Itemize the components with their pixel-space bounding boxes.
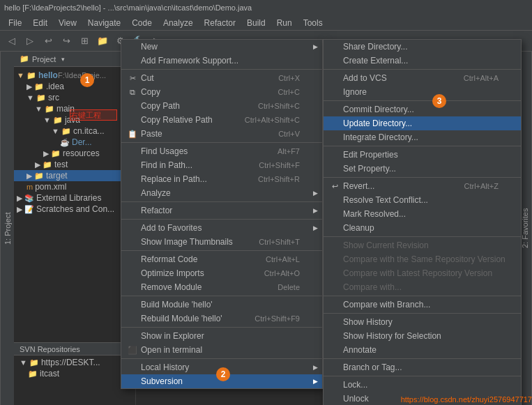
menu-item-reformat[interactable]: Reformat Code Ctrl+Alt+L [121, 252, 322, 266]
tree-item-resources[interactable]: ▶ 📁 resources [14, 148, 135, 159]
menu-item-show-explorer[interactable]: Show in Explorer [121, 329, 322, 343]
submenu-integrate-dir[interactable]: Integrate Directory... [324, 130, 521, 144]
dropdown-icon[interactable]: ▾ [61, 56, 65, 63]
submenu-label-ignore: Ignore [343, 87, 367, 97]
svn-tree-item-itcast[interactable]: 📁 itcast [17, 368, 132, 379]
submenu-annotate[interactable]: Annotate [324, 343, 521, 357]
svn-tree-item-https[interactable]: ▼ 📁 https://DESKT... [17, 357, 132, 368]
menu-item-find-in-path[interactable]: Find in Path... Ctrl+Shift+F [121, 158, 322, 172]
tree-item-main[interactable]: ▼ 📁 main [14, 103, 135, 114]
submenu-edit-props[interactable]: Edit Properties [324, 148, 521, 162]
tree-item-cn[interactable]: ▼ 📁 cn.itca... [14, 125, 135, 137]
submenu-revert[interactable]: ↩ Revert... Ctrl+Alt+Z [324, 179, 521, 193]
menu-code[interactable]: Code [126, 17, 158, 29]
tree-item-src[interactable]: ▼ 📁 src [14, 92, 135, 103]
tree-item-scratches[interactable]: ▶ 📝 Scratches and Con... [14, 204, 135, 215]
menu-label-find-usages: Find Usages [141, 146, 188, 156]
menu-item-find-usages[interactable]: Find Usages Alt+F7 [121, 144, 322, 158]
menu-run[interactable]: Run [271, 17, 298, 29]
toolbar-folder[interactable]: 📁 [95, 33, 110, 49]
menu-item-add-favorites[interactable]: Add to Favorites [121, 221, 322, 235]
submenu-compare-with[interactable]: Compare with... [324, 280, 521, 294]
separator-8 [121, 358, 322, 359]
tree-item-ext-libs[interactable]: ▶ 📚 External Libraries [14, 192, 135, 204]
submenu-commit-dir[interactable]: Commit Directory... [324, 102, 521, 116]
menu-item-open-terminal[interactable]: ⬛ Open in terminal [121, 343, 322, 357]
hello-folder-icon: 📁 [26, 71, 36, 80]
toolbar-undo[interactable]: ↩ [40, 33, 56, 49]
subversion-submenu: Share Directory... Create External... Ad… [323, 39, 522, 405]
tree-label-resources: resources [63, 148, 100, 158]
tree-item-pom[interactable]: m pom.xml [14, 181, 135, 192]
submenu-add-to-vcs[interactable]: Add to VCS Ctrl+Alt+A [324, 71, 521, 85]
tree-item-idea[interactable]: ▶ 📁 .idea [14, 81, 135, 92]
menu-item-copy-relative[interactable]: Copy Relative Path Ctrl+Alt+Shift+C [121, 113, 322, 127]
menu-item-add-framework[interactable]: Add Framework Support... [121, 54, 322, 68]
project-tab[interactable]: 📁 Project ▾ ⚙ [14, 52, 135, 67]
menu-analyze[interactable]: Analyze [158, 17, 199, 29]
badge-3: 3 [432, 94, 446, 108]
sub-sep-5 [324, 236, 521, 237]
submenu-compare-latest[interactable]: Compare with Latest Repository Version [324, 266, 521, 280]
menu-tools[interactable]: Tools [298, 17, 328, 29]
project-side-tab[interactable]: 1: Project [0, 52, 14, 405]
menu-item-remove-module[interactable]: Remove Module Delete [121, 280, 322, 294]
submenu-compare-same-repo[interactable]: Compare with the Same Repository Version [324, 252, 521, 266]
separator-2 [121, 142, 322, 143]
submenu-branch-tag[interactable]: Branch or Tag... [324, 360, 521, 374]
menu-item-copy[interactable]: ⧉ Copy Ctrl+C [121, 85, 322, 99]
submenu-show-history[interactable]: Show History [324, 315, 521, 329]
menu-item-new[interactable]: New [121, 40, 322, 54]
submenu-label-mark: Mark Resolved... [343, 209, 406, 219]
submenu-resolve-conflict[interactable]: Resolve Text Conflict... [324, 193, 521, 207]
submenu-share-directory[interactable]: Share Directory... [324, 40, 521, 54]
submenu-set-property[interactable]: Set Property... [324, 162, 521, 176]
toolbar-back[interactable]: ◁ [4, 33, 20, 49]
menu-item-build-module[interactable]: Build Module 'hello' [121, 298, 322, 312]
copy-path-shortcut: Ctrl+Shift+C [258, 102, 311, 110]
menu-item-optimize-imports[interactable]: Optimize Imports Ctrl+Alt+O [121, 266, 322, 280]
submenu-ignore[interactable]: Ignore [324, 85, 521, 99]
menu-item-rebuild-module[interactable]: Rebuild Module 'hello' Ctrl+Shift+F9 [121, 312, 322, 326]
tree-item-test[interactable]: ▶ 📁 test [14, 159, 135, 170]
separator-4 [121, 219, 322, 220]
menu-item-paste[interactable]: 📋 Paste Ctrl+V [121, 127, 322, 141]
submenu-cleanup[interactable]: Cleanup [324, 221, 521, 235]
submenu-show-current-rev[interactable]: Show Current Revision [324, 238, 521, 252]
menu-item-replace-in-path[interactable]: Replace in Path... Ctrl+Shift+R [121, 172, 322, 186]
ext-libs-icon: ▶ [17, 194, 22, 203]
toolbar-grid[interactable]: ⊞ [77, 33, 92, 49]
menu-item-refactor[interactable]: Refactor [121, 204, 322, 217]
toolbar-redo[interactable]: ↪ [59, 33, 74, 49]
submenu-mark-resolved[interactable]: Mark Resolved... [324, 207, 521, 221]
context-menu: New Add Framework Support... ✂ Cut Ctrl+… [121, 39, 323, 389]
submenu-update-dir[interactable]: Update Directory... [324, 116, 521, 130]
toolbar-forward[interactable]: ▷ [22, 33, 38, 49]
tree-item-hello[interactable]: ▼ 📁 hello F:\IdeaProje... [14, 70, 135, 81]
submenu-label-resolve: Resolve Text Conflict... [343, 195, 428, 205]
tree-item-java[interactable]: ▼ 📁 java [14, 114, 135, 125]
menu-item-copy-path[interactable]: Copy Path Ctrl+Shift+C [121, 99, 322, 113]
menu-refactor[interactable]: Refactor [199, 17, 241, 29]
tree-item-target[interactable]: ▶ 📁 target [14, 170, 135, 181]
submenu-create-external[interactable]: Create External... [324, 54, 521, 68]
menu-navigate[interactable]: Navigate [82, 17, 126, 29]
tree-item-der[interactable]: ☕ Der... [14, 137, 135, 148]
menu-edit[interactable]: Edit [27, 17, 53, 29]
submenu-history-selection[interactable]: Show History for Selection [324, 329, 521, 343]
menu-label-reformat: Reformat Code [141, 254, 197, 264]
submenu-lock[interactable]: Lock... [324, 378, 521, 392]
expand-cn-icon: ▼ [52, 127, 59, 135]
menu-bar: File Edit View Navigate Code Analyze Ref… [0, 15, 532, 31]
menu-item-cut[interactable]: ✂ Cut Ctrl+X [121, 71, 322, 85]
menu-view[interactable]: View [53, 17, 82, 29]
submenu-compare-branch[interactable]: Compare with Branch... [324, 298, 521, 312]
menu-label-new: New [141, 42, 158, 52]
menu-item-analyze[interactable]: Analyze [121, 186, 322, 200]
menu-file[interactable]: File [3, 17, 27, 29]
tree-label-der: Der... [72, 137, 92, 147]
menu-item-show-image-thumbnails[interactable]: Show Image Thumbnails Ctrl+Shift+T [121, 235, 322, 249]
menu-build[interactable]: Build [241, 17, 271, 29]
svn-tab[interactable]: SVN Repositories ✕ [14, 343, 135, 356]
submenu-label-set-prop: Set Property... [343, 164, 396, 174]
